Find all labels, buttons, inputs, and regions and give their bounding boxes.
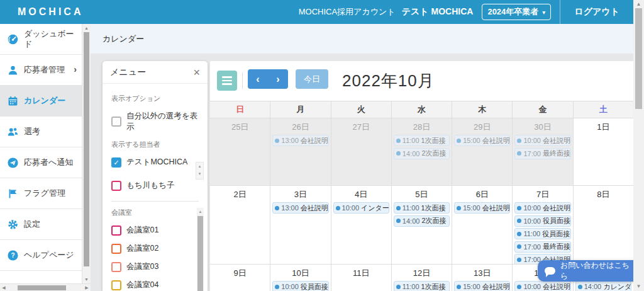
sidebar-item-selection[interactable]: 選考 <box>0 117 82 147</box>
day-cell[interactable]: 9日 <box>210 265 270 291</box>
scroll-up-icon[interactable]: ▲ <box>82 24 91 32</box>
event-pill[interactable]: 11:001次面接 <box>394 135 450 146</box>
sidebar-vertical-scrollbar[interactable]: ▲ ▼ <box>82 24 91 283</box>
day-cell[interactable]: 29日15:00会社説明会 <box>452 118 512 185</box>
scroll-down-icon[interactable]: ▼ <box>633 282 644 291</box>
sidebar-item-settings[interactable]: 設定 <box>0 209 82 240</box>
event-pill[interactable]: 10:00役員面接 <box>514 215 570 227</box>
close-icon[interactable]: × <box>193 67 200 78</box>
page-vscroll-thumb[interactable] <box>635 8 642 109</box>
room-checkbox-row[interactable]: 会議室02 <box>111 243 199 254</box>
day-cell[interactable]: 6日15:00会社説明会 <box>452 186 512 264</box>
sidebar-item-label: カレンダー <box>24 96 79 106</box>
svg-text:?: ? <box>11 252 14 259</box>
sidebar-item-dashboard[interactable]: ダッシュボード <box>0 24 82 55</box>
event-pill[interactable]: 10:00会社説明会 <box>514 281 570 291</box>
checkbox-unchecked-icon[interactable] <box>111 262 121 272</box>
menu-header: メニュー × <box>103 61 208 84</box>
event-pill[interactable]: 11:001次面接 <box>394 202 450 214</box>
event-pill[interactable]: 11:001次面接 <box>394 281 450 291</box>
day-cell[interactable]: 11日 <box>331 265 391 291</box>
event-pill[interactable]: 13:00会社説明会 <box>272 202 328 214</box>
sidebar-vscroll-thumb[interactable] <box>84 32 89 266</box>
sidebar-item-calendar[interactable]: カレンダー <box>0 86 82 117</box>
scroll-left-icon[interactable]: ◀ <box>0 284 8 291</box>
rooms-scroll-thumb[interactable] <box>197 216 203 291</box>
day-cell[interactable]: 27日 <box>331 118 391 185</box>
calendar-filter-menu: メニュー × 表示オプション 自分以外の選考を表示 表示する担当者 ✓テストMO… <box>103 61 208 291</box>
event-title: カレンダー <box>603 282 631 291</box>
day-cell[interactable]: 1日 <box>573 118 633 185</box>
day-cell[interactable]: 30日10:00会社説明会17:00最終面接 <box>512 118 572 185</box>
day-number: 4日 <box>331 189 391 200</box>
day-cell[interactable]: 2日 <box>210 186 270 264</box>
day-cell[interactable]: 5日11:001次面接14:002次面接 <box>391 186 452 264</box>
menu-toggle-button[interactable] <box>217 71 237 91</box>
calendar-toolbar: ‹ › 今日 2022年10月 <box>210 61 633 101</box>
event-pill[interactable]: 10:00会社説明会 <box>514 202 570 214</box>
checkbox-unchecked-icon[interactable] <box>111 225 121 236</box>
staff-checkbox-row[interactable]: もち川もち子 <box>111 180 199 191</box>
room-checkbox-row[interactable]: 会議室04 <box>111 280 199 290</box>
show-others-checkbox-row[interactable]: 自分以外の選考を表示 <box>111 111 199 132</box>
next-month-button[interactable]: › <box>268 69 288 89</box>
room-checkbox-row[interactable]: 会議室01 <box>111 225 199 236</box>
event-pill[interactable]: 10:00役員面接 <box>272 281 328 291</box>
day-cell[interactable]: 8日 <box>573 186 633 264</box>
rooms-list-scrollbar[interactable]: ▲ <box>197 208 204 291</box>
event-pill[interactable]: 14:002次面接 <box>394 215 450 227</box>
contact-chat-button[interactable]: お問い合わせはこちら <box>538 260 644 282</box>
today-button[interactable]: 今日 <box>296 69 328 89</box>
graduation-year-dropdown[interactable]: 2024年卒業者 ▾ <box>482 4 551 20</box>
sidebar-hscroll-thumb[interactable] <box>18 285 66 290</box>
day-cell[interactable]: 7日10:00会社説明会10:00役員面接11:00役員面接17:00最終面接1… <box>512 186 572 264</box>
event-pill[interactable]: 17:00最終面接 <box>514 241 570 253</box>
checkbox-unchecked-icon[interactable] <box>111 117 121 127</box>
menu-divider <box>111 201 199 202</box>
page-vertical-scrollbar[interactable]: ▲ ▼ <box>633 0 644 291</box>
day-cell[interactable]: 4日10:00インターン <box>331 186 391 264</box>
event-pill[interactable]: 10:00会社説明会 <box>514 135 570 146</box>
day-cell[interactable]: 28日11:001次面接14:002次面接 <box>391 118 452 185</box>
day-cell[interactable]: 25日 <box>210 118 270 185</box>
scroll-up-icon[interactable]: ▲ <box>633 0 644 9</box>
day-cell[interactable]: 3日13:00会社説明会 <box>270 186 330 264</box>
staff-list-scrollbar[interactable]: ▲ ▼ <box>196 162 204 180</box>
day-cell[interactable]: 13日15:00会社説明会 <box>452 265 512 291</box>
room-checkbox-row[interactable]: 会議室03 <box>111 261 199 272</box>
checkbox-checked-icon[interactable]: ✓ <box>111 157 121 168</box>
sidebar-item-applicants[interactable]: 応募者管理› <box>0 55 82 86</box>
scroll-up-icon[interactable]: ▲ <box>197 208 204 215</box>
event-pill[interactable]: 14:00カレンダー <box>575 281 631 291</box>
logout-button[interactable]: ログアウト <box>560 0 633 24</box>
sidebar-item-help[interactable]: ?ヘルプページ <box>0 240 82 271</box>
event-pill[interactable]: 15:00会社説明会 <box>454 135 510 146</box>
menu-title: メニュー <box>110 67 146 78</box>
checkbox-unchecked-icon[interactable] <box>111 244 121 254</box>
sidebar-item-flags[interactable]: フラグ管理 <box>0 178 82 209</box>
event-pill[interactable]: 15:00会社説明会 <box>454 281 510 291</box>
scroll-down-icon[interactable]: ▼ <box>196 170 203 178</box>
event-pill[interactable]: 17:00最終面接 <box>514 148 570 159</box>
scroll-down-icon[interactable]: ▼ <box>82 275 91 283</box>
day-cell[interactable]: 10日10:00役員面接 <box>270 265 330 291</box>
scroll-right-icon[interactable]: ▶ <box>83 284 91 291</box>
staff-checkbox-row[interactable]: ✓テストMOCHICA <box>111 157 199 168</box>
day-cell[interactable]: 26日13:00会社説明会 <box>270 118 330 185</box>
prev-month-button[interactable]: ‹ <box>248 69 268 89</box>
scroll-up-icon[interactable]: ▲ <box>196 163 203 170</box>
event-pill[interactable]: 13:00会社説明会 <box>272 135 328 146</box>
event-pill[interactable]: 14:002次面接 <box>394 148 450 159</box>
calendar-panel: ‹ › 今日 2022年10月 日月火水木金土 25日26日13:00会社説明会… <box>210 61 633 291</box>
checkbox-unchecked-icon[interactable] <box>111 280 121 290</box>
event-title: 会社説明会 <box>482 203 511 213</box>
event-pill[interactable]: 10:00インターン <box>333 202 389 214</box>
event-pill[interactable]: 11:00役員面接 <box>514 228 570 239</box>
day-cell[interactable]: 12日11:001次面接 <box>391 265 452 291</box>
event-title: 会社説明会 <box>543 136 571 146</box>
checkbox-unchecked-icon[interactable] <box>111 181 121 191</box>
day-number: 9日 <box>210 268 270 279</box>
sidebar-item-notify[interactable]: 応募者へ通知 <box>0 147 82 178</box>
event-pill[interactable]: 15:00会社説明会 <box>454 202 510 214</box>
sidebar-horizontal-scrollbar[interactable]: ◀ ▶ <box>0 283 91 291</box>
